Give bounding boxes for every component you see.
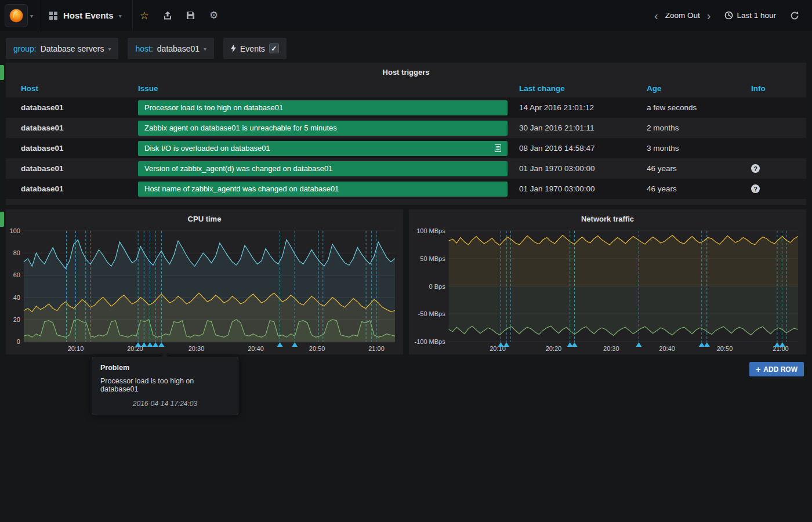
svg-text:20:50: 20:50 bbox=[717, 345, 733, 352]
template-variables-row: group: Database servers host: database01… bbox=[0, 31, 812, 63]
column-header-age[interactable]: Age bbox=[641, 79, 745, 97]
time-shift-forward-button[interactable]: › bbox=[702, 10, 716, 21]
info-cell bbox=[745, 138, 806, 158]
lightning-bolt-icon bbox=[231, 44, 236, 53]
group-variable-dropdown[interactable]: group: Database servers bbox=[6, 38, 118, 59]
save-dashboard-button[interactable] bbox=[179, 0, 202, 31]
time-shift-back-button[interactable]: ‹ bbox=[650, 10, 663, 21]
last-change-cell: 01 Jan 1970 03:00:00 bbox=[513, 158, 641, 179]
acknowledge-document-icon[interactable] bbox=[495, 144, 501, 152]
plus-icon bbox=[756, 365, 760, 374]
svg-text:20: 20 bbox=[13, 316, 20, 323]
last-change-cell: 14 Apr 2016 21:01:12 bbox=[513, 97, 641, 118]
svg-text:-100 MBps: -100 MBps bbox=[414, 338, 445, 345]
events-checkbox[interactable] bbox=[269, 44, 279, 53]
table-row: database01 Processor load is too high on… bbox=[6, 97, 806, 118]
svg-text:0: 0 bbox=[17, 338, 20, 345]
group-variable-value: Database servers bbox=[41, 44, 104, 53]
network-traffic-panel: Network traffic -100 MBps-50 MBps0 Bps50… bbox=[409, 209, 806, 354]
panel-title[interactable]: Network traffic bbox=[409, 209, 806, 226]
save-icon bbox=[186, 11, 195, 20]
add-row-button[interactable]: ADD ROW bbox=[749, 362, 804, 376]
grafana-logo-icon bbox=[5, 4, 28, 27]
cpu-time-graph[interactable]: 02040608010020:1020:2020:3020:4020:5021:… bbox=[6, 226, 403, 354]
age-cell: a few seconds bbox=[641, 97, 745, 118]
host-variable-dropdown[interactable]: host: database01 bbox=[128, 38, 214, 59]
star-dashboard-button[interactable] bbox=[133, 0, 156, 31]
info-question-icon[interactable]: ? bbox=[751, 184, 760, 193]
svg-text:20:50: 20:50 bbox=[309, 345, 325, 352]
svg-text:40: 40 bbox=[13, 294, 20, 301]
svg-text:60: 60 bbox=[13, 271, 20, 278]
svg-text:100: 100 bbox=[10, 227, 20, 234]
host-cell: database01 bbox=[6, 158, 132, 179]
info-cell bbox=[745, 97, 806, 118]
time-range-picker[interactable]: Last 1 hour bbox=[716, 11, 784, 20]
annotation-tooltip-time: 2016-04-14 17:24:03 bbox=[100, 400, 230, 408]
table-row: database01 Host name of zabbix_agentd wa… bbox=[6, 179, 806, 199]
issue-severity-badge: Processor load is too high on database01 bbox=[138, 100, 507, 115]
zoom-out-button[interactable]: Zoom Out bbox=[664, 11, 701, 20]
refresh-icon bbox=[790, 11, 799, 20]
issue-severity-badge: Version of zabbix_agent(d) was changed o… bbox=[138, 161, 507, 176]
issue-severity-badge: Disk I/O is overloaded on database01 bbox=[138, 141, 507, 156]
last-change-cell: 08 Jan 2016 14:58:47 bbox=[513, 138, 641, 158]
info-cell: ? bbox=[745, 179, 806, 199]
host-variable-label: host: bbox=[135, 44, 153, 53]
time-range-label: Last 1 hour bbox=[737, 11, 776, 20]
group-variable-label: group: bbox=[13, 44, 37, 53]
age-cell: 2 months bbox=[641, 118, 745, 138]
column-header-host[interactable]: Host bbox=[6, 79, 132, 97]
svg-text:0 Bps: 0 Bps bbox=[429, 283, 446, 290]
triggers-row: Host triggers Host Issue Last change Age… bbox=[0, 63, 812, 205]
host-cell: database01 bbox=[6, 179, 132, 199]
row-menu-tab[interactable] bbox=[0, 212, 4, 227]
host-cell: database01 bbox=[6, 118, 132, 138]
events-annotation-toggle[interactable]: Events bbox=[223, 38, 287, 59]
annotation-tooltip: Problem Processor load is too high on da… bbox=[92, 357, 238, 415]
host-cell: database01 bbox=[6, 138, 132, 158]
column-header-issue[interactable]: Issue bbox=[132, 79, 513, 97]
svg-text:21:00: 21:00 bbox=[368, 345, 385, 352]
dashboard-title-dropdown[interactable]: Host Events bbox=[38, 0, 133, 31]
row-menu-tab[interactable] bbox=[0, 65, 4, 80]
refresh-button[interactable] bbox=[785, 11, 804, 20]
last-change-cell: 30 Jan 2016 21:01:11 bbox=[513, 118, 641, 138]
dashboard-settings-button[interactable] bbox=[202, 0, 226, 31]
svg-text:20:20: 20:20 bbox=[546, 345, 562, 352]
gear-icon bbox=[209, 9, 218, 21]
age-cell: 46 years bbox=[641, 179, 745, 199]
network-traffic-graph[interactable]: -100 MBps-50 MBps0 Bps50 MBps100 MBps20:… bbox=[409, 226, 806, 354]
svg-text:20:30: 20:30 bbox=[603, 345, 619, 352]
panel-title[interactable]: CPU time bbox=[6, 209, 403, 226]
share-dashboard-button[interactable] bbox=[156, 0, 179, 31]
age-cell: 3 months bbox=[641, 138, 745, 158]
issue-severity-badge: Host name of zabbix_agentd was changed o… bbox=[138, 182, 507, 197]
add-row-label: ADD ROW bbox=[763, 365, 798, 374]
table-row: database01 Zabbix agent on database01 is… bbox=[6, 118, 806, 138]
last-change-cell: 01 Jan 1970 03:00:00 bbox=[513, 179, 641, 199]
svg-text:20:40: 20:40 bbox=[659, 345, 675, 352]
annotation-tooltip-text: Processor load is too high on database01 bbox=[100, 377, 230, 393]
grafana-menu-button[interactable] bbox=[0, 0, 38, 31]
events-toggle-label: Events bbox=[240, 44, 265, 53]
panel-title[interactable]: Host triggers bbox=[6, 63, 806, 79]
info-cell bbox=[745, 118, 806, 138]
svg-text:50 MBps: 50 MBps bbox=[420, 255, 445, 262]
info-cell: ? bbox=[745, 158, 806, 179]
chevron-down-icon bbox=[204, 44, 206, 53]
svg-text:-50 MBps: -50 MBps bbox=[418, 310, 446, 317]
chevron-down-icon bbox=[30, 11, 33, 20]
svg-text:20:40: 20:40 bbox=[248, 345, 264, 352]
svg-text:80: 80 bbox=[13, 249, 20, 256]
issue-severity-badge: Zabbix agent on database01 is unreachabl… bbox=[138, 121, 507, 136]
column-header-last-change[interactable]: Last change bbox=[513, 79, 641, 97]
info-question-icon[interactable]: ? bbox=[751, 164, 760, 173]
dashboard-grid-icon bbox=[49, 11, 58, 20]
column-header-info[interactable]: Info bbox=[745, 79, 806, 97]
svg-text:20:20: 20:20 bbox=[127, 345, 143, 352]
table-row: database01 Disk I/O is overloaded on dat… bbox=[6, 138, 806, 158]
host-cell: database01 bbox=[6, 97, 132, 118]
table-row: database01 Version of zabbix_agent(d) wa… bbox=[6, 158, 806, 179]
cpu-time-panel: CPU time 02040608010020:1020:2020:3020:4… bbox=[6, 209, 403, 354]
